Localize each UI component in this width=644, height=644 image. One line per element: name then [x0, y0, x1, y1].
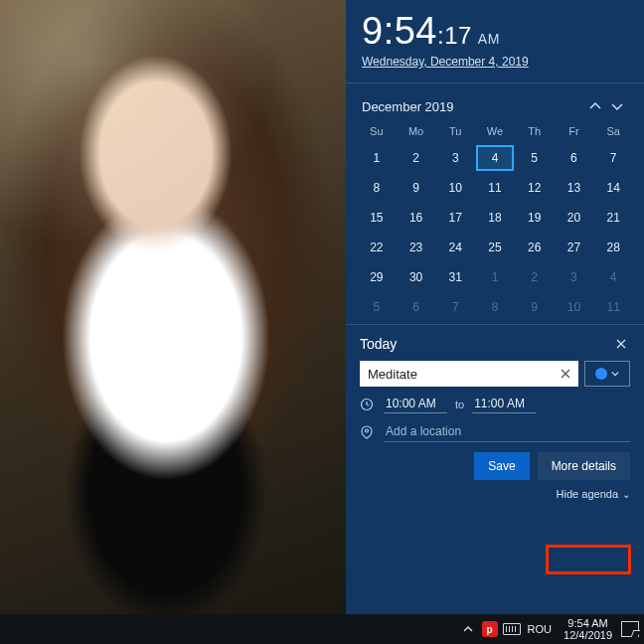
calendar-flyout: 9:54:17AM Wednesday, December 4, 2019 De…	[346, 0, 644, 614]
tray-app-icon[interactable]: p	[480, 619, 500, 639]
calendar-prev-button[interactable]	[584, 95, 606, 117]
time-to-label: to	[455, 399, 464, 410]
touch-keyboard-button[interactable]	[502, 619, 522, 639]
calendar-month-title[interactable]: December 2019	[362, 99, 584, 114]
calendar-dow: Fr	[556, 121, 593, 141]
clock-ampm: AM	[478, 31, 500, 47]
calendar-day[interactable]: 4	[594, 264, 632, 290]
more-details-button[interactable]: More details	[538, 452, 630, 480]
calendar-day[interactable]: 17	[436, 205, 474, 231]
calendar-day[interactable]: 9	[516, 294, 554, 320]
calendar-day[interactable]: 14	[594, 175, 632, 201]
agenda-close-button[interactable]	[612, 335, 630, 353]
agenda-title: Today	[360, 336, 612, 352]
action-center-button[interactable]	[620, 619, 640, 639]
calendar-dow: Sa	[594, 121, 632, 141]
chevron-down-icon	[611, 370, 619, 378]
calendar-day[interactable]: 26	[516, 235, 554, 260]
calendar-day[interactable]: 23	[398, 235, 435, 260]
chevron-down-icon	[611, 100, 623, 112]
calendar-grid: SuMoTuWeThFrSa12345678910111213141516171…	[358, 121, 632, 320]
calendar-day[interactable]: 19	[516, 205, 554, 231]
calendar-next-button[interactable]	[606, 95, 628, 117]
calendar-day[interactable]: 11	[476, 175, 514, 201]
calendar-dow: We	[476, 121, 514, 141]
end-time-field[interactable]: 11:00 AM	[472, 395, 536, 413]
desktop-wallpaper	[0, 0, 346, 614]
taskbar-clock[interactable]: 9:54 AM 12/4/2019	[558, 617, 618, 641]
clock-time: 9:54:17AM	[362, 10, 628, 53]
notification-icon	[621, 621, 639, 637]
calendar-dow: Tu	[436, 121, 474, 141]
calendar-day[interactable]: 31	[436, 264, 474, 290]
svg-point-1	[366, 429, 369, 432]
calendar-day[interactable]: 5	[516, 145, 554, 171]
calendar-day[interactable]: 10	[436, 175, 474, 201]
calendar-day[interactable]: 1	[476, 264, 514, 290]
calendar-dow: Th	[516, 121, 554, 141]
calendar-day[interactable]: 27	[556, 235, 593, 260]
calendar-color-select[interactable]	[584, 361, 630, 387]
calendar-day[interactable]: 25	[476, 235, 514, 260]
calendar-dow: Su	[358, 121, 396, 141]
keyboard-icon	[503, 623, 521, 635]
calendar-day[interactable]: 6	[556, 145, 593, 171]
calendar-day[interactable]: 22	[358, 235, 396, 260]
calendar-day[interactable]: 3	[556, 264, 593, 290]
language-indicator[interactable]: ROU	[524, 623, 556, 635]
calendar-dow: Mo	[398, 121, 435, 141]
calendar-day[interactable]: 6	[398, 294, 435, 320]
clock-date-link[interactable]: Wednesday, December 4, 2019	[362, 55, 529, 69]
calendar-day[interactable]: 10	[556, 294, 593, 320]
tray-overflow-button[interactable]	[458, 619, 478, 639]
save-button[interactable]: Save	[474, 452, 529, 480]
calendar-day[interactable]: 5	[358, 294, 396, 320]
location-input[interactable]	[384, 421, 630, 442]
calendar-day[interactable]: 15	[358, 205, 396, 231]
clock-hm: 9:54	[362, 10, 437, 52]
close-icon	[561, 369, 570, 379]
calendar-day[interactable]: 8	[358, 175, 396, 201]
calendar-day[interactable]: 4	[476, 145, 514, 171]
calendar-day[interactable]: 9	[398, 175, 435, 201]
calendar-day[interactable]: 21	[594, 205, 632, 231]
calendar-day[interactable]: 7	[436, 294, 474, 320]
calendar-day[interactable]: 16	[398, 205, 435, 231]
calendar-day[interactable]: 20	[556, 205, 593, 231]
event-name-value: Meditate	[368, 367, 557, 382]
calendar-day[interactable]: 7	[594, 145, 632, 171]
calendar-day[interactable]: 28	[594, 235, 632, 260]
calendar-day[interactable]: 29	[358, 264, 396, 290]
start-time-field[interactable]: 10:00 AM	[384, 395, 447, 413]
calendar-day[interactable]: 3	[436, 145, 474, 171]
calendar-day[interactable]: 30	[398, 264, 435, 290]
calendar-day[interactable]: 24	[436, 235, 474, 260]
calendar-day[interactable]: 18	[476, 205, 514, 231]
chevron-down-icon: ⌄	[622, 489, 630, 500]
calendar-day[interactable]: 1	[358, 145, 396, 171]
clock-icon	[360, 398, 376, 411]
taskbar-time: 9:54 AM	[564, 617, 612, 629]
calendar-day[interactable]: 2	[516, 264, 554, 290]
calendar-color-dot-icon	[595, 368, 607, 380]
chevron-up-icon	[589, 100, 601, 112]
calendar-day[interactable]: 12	[516, 175, 554, 201]
taskbar: p ROU 9:54 AM 12/4/2019	[0, 614, 644, 644]
clear-input-button[interactable]	[557, 369, 574, 379]
clock-seconds: :17	[437, 22, 472, 49]
calendar-day[interactable]: 8	[476, 294, 514, 320]
event-name-input[interactable]: Meditate	[360, 361, 578, 387]
p-icon: p	[482, 621, 498, 637]
calendar-day[interactable]: 2	[398, 145, 435, 171]
location-icon	[360, 425, 376, 439]
calendar-day[interactable]: 13	[556, 175, 593, 201]
taskbar-date: 12/4/2019	[564, 629, 612, 641]
close-icon	[616, 339, 626, 349]
chevron-up-icon	[463, 624, 473, 634]
hide-agenda-label: Hide agenda	[557, 488, 618, 500]
hide-agenda-toggle[interactable]: Hide agenda⌄	[346, 486, 644, 506]
calendar-day[interactable]: 11	[594, 294, 632, 320]
